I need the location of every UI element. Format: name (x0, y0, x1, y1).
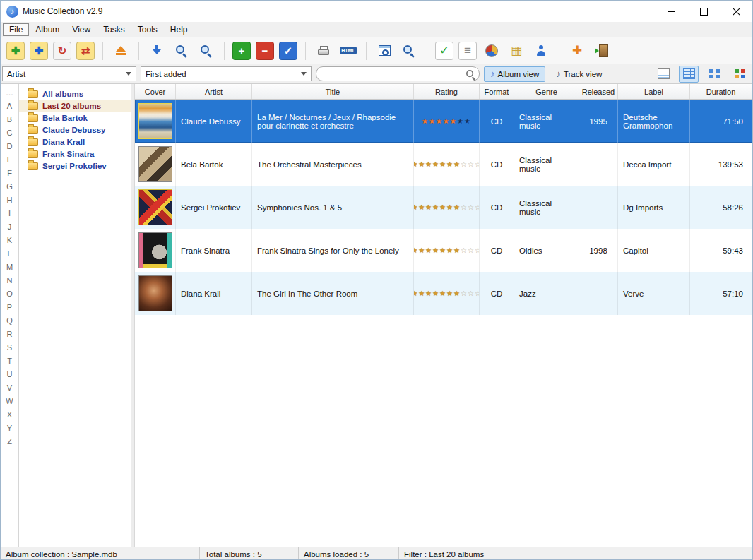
alphabet-letter-q[interactable]: Q (1, 314, 18, 328)
column-header-label[interactable]: Label (618, 84, 690, 99)
column-header-released[interactable]: Released (579, 84, 618, 99)
table-row[interactable]: Diana KrallThe Girl In The Other Room★★★… (135, 272, 752, 315)
table-body: Claude DebussyLa Mer / Nocturnes / Jeux … (135, 100, 752, 315)
tree-item-bela-bartok[interactable]: Bela Bartok (19, 112, 131, 124)
alphabet-letter-t[interactable]: T (1, 355, 18, 368)
import-cd-icon[interactable] (147, 41, 167, 61)
genre-cell: Classical music (514, 100, 579, 143)
table-row[interactable]: Frank SinatraFrank Sinatra Sings for Onl… (135, 229, 752, 272)
alphabet-letter-o[interactable]: O (1, 287, 18, 301)
user-icon[interactable] (531, 41, 551, 61)
statistics-icon[interactable]: ✓ (435, 42, 453, 60)
alphabet-letter-h[interactable]: H (1, 193, 18, 207)
alphabet-letter-w[interactable]: W (1, 395, 18, 408)
report-icon[interactable]: ≡ (458, 42, 477, 60)
column-header-genre[interactable]: Genre (514, 84, 579, 99)
title-bar: ♪ Music Collection v2.9 (1, 1, 752, 22)
alphabet-letter-i[interactable]: I (1, 207, 18, 220)
album-view-button[interactable]: ♪ Album view (484, 66, 545, 82)
title-cell: Frank Sinatra Sings for Only the Lonely (252, 229, 414, 272)
sort-by-dropdown[interactable]: First added (141, 66, 312, 81)
search-input[interactable] (321, 69, 466, 79)
column-header-format[interactable]: Format (480, 84, 514, 99)
table-row[interactable]: Sergei ProkofievSymphonies Nos. 1 & 5★★★… (135, 186, 752, 229)
print-icon[interactable] (314, 41, 333, 61)
tree-item-diana-krall[interactable]: Diana Krall (19, 136, 131, 148)
menu-item-help[interactable]: Help (164, 23, 194, 36)
search-icon[interactable] (466, 70, 474, 78)
zoom-icon[interactable] (399, 41, 419, 61)
tree-item-frank-sinatra[interactable]: Frank Sinatra (19, 148, 131, 160)
album-cover (138, 275, 172, 311)
column-header-artist[interactable]: Artist (176, 84, 252, 99)
genre-cell: Jazz (514, 272, 579, 315)
alphabet-letter-b[interactable]: B (1, 113, 18, 126)
tree-item-all-albums[interactable]: All albums (19, 88, 131, 100)
pie-chart-icon[interactable] (482, 41, 502, 61)
new-album-icon[interactable]: ✚ (6, 42, 25, 60)
column-header-title[interactable]: Title (252, 84, 414, 99)
plugin-icon[interactable]: ✚ (567, 41, 587, 61)
alphabet-letter-r[interactable]: R (1, 328, 18, 341)
print-preview-icon[interactable] (374, 41, 394, 61)
alphabet-letter-e[interactable]: E (1, 153, 18, 167)
alphabet-letter-v[interactable]: V (1, 381, 18, 395)
exit-icon[interactable] (592, 41, 612, 61)
find-cover-icon[interactable] (196, 41, 216, 61)
details-view-button[interactable] (653, 66, 673, 83)
minimize-button[interactable] (655, 1, 687, 22)
alphabet-letter-c[interactable]: C (1, 126, 18, 140)
eject-cd-icon[interactable] (111, 41, 131, 61)
export-html-icon[interactable]: HTML (338, 41, 358, 61)
alphabet-letter-d[interactable]: D (1, 140, 18, 153)
update-album-icon[interactable]: ↻ (53, 42, 71, 60)
tree-item-last-20-albums[interactable]: Last 20 albums (19, 100, 131, 112)
chevron-down-icon (301, 72, 307, 76)
alphabet-letter-u[interactable]: U (1, 368, 18, 381)
toolbar-separator (427, 42, 427, 60)
column-header-duration[interactable]: Duration (690, 84, 752, 99)
menu-item-album[interactable]: Album (29, 23, 66, 36)
menu-item-tasks[interactable]: Tasks (97, 23, 131, 36)
search-disc-icon[interactable] (172, 41, 191, 61)
alphabet-letter-z[interactable]: Z (1, 435, 18, 448)
alphabet-letter-k[interactable]: K (1, 234, 18, 247)
rating-cell: ★★★★★★★ (414, 100, 480, 143)
track-view-label: Track view (564, 70, 603, 78)
alphabet-letter-m[interactable]: M (1, 261, 18, 274)
close-button[interactable] (720, 1, 752, 22)
remove-track-icon[interactable]: − (256, 42, 274, 60)
column-header-rating[interactable]: Rating (414, 84, 480, 99)
alphabet-letter-g[interactable]: G (1, 180, 18, 193)
alphabet-letter-p[interactable]: P (1, 301, 18, 314)
column-header-cover[interactable]: Cover (135, 84, 176, 99)
alphabet-letter-all[interactable]: … (1, 86, 18, 100)
mosaic-view-button[interactable] (730, 66, 749, 83)
group-by-dropdown[interactable]: Artist (2, 66, 136, 81)
menu-item-file[interactable]: File (3, 23, 29, 36)
alphabet-letter-f[interactable]: F (1, 167, 18, 180)
add-track-icon[interactable]: + (232, 42, 251, 60)
table-row[interactable]: Bela BartokThe Orchestral Masterpieces★★… (135, 143, 752, 186)
menu-item-view[interactable]: View (66, 23, 97, 36)
thumbnail-view-button[interactable] (704, 66, 724, 83)
copy-album-icon[interactable]: ✚ (30, 42, 48, 60)
notes-icon[interactable]: ▦ (506, 41, 526, 61)
alphabet-letter-x[interactable]: X (1, 408, 18, 422)
refresh-albums-icon[interactable]: ⇄ (76, 42, 95, 60)
alphabet-letter-s[interactable]: S (1, 341, 18, 355)
table-view-button[interactable] (679, 66, 699, 83)
menu-item-tools[interactable]: Tools (131, 23, 164, 36)
alphabet-letter-j[interactable]: J (1, 220, 18, 234)
tree-item-claude-debussy[interactable]: Claude Debussy (19, 124, 131, 136)
maximize-button[interactable] (687, 1, 720, 22)
track-view-button[interactable]: ♪ Track view (550, 66, 608, 82)
edit-track-icon[interactable]: ✓ (279, 42, 297, 60)
table-row[interactable]: Claude DebussyLa Mer / Nocturnes / Jeux … (135, 100, 752, 143)
alphabet-letter-l[interactable]: L (1, 247, 18, 261)
folder-tree: All albumsLast 20 albumsBela BartokClaud… (19, 84, 131, 547)
alphabet-letter-n[interactable]: N (1, 274, 18, 287)
tree-item-sergei-prokofiev[interactable]: Sergei Prokofiev (19, 160, 131, 172)
alphabet-letter-a[interactable]: A (1, 100, 18, 113)
alphabet-letter-y[interactable]: Y (1, 422, 18, 435)
